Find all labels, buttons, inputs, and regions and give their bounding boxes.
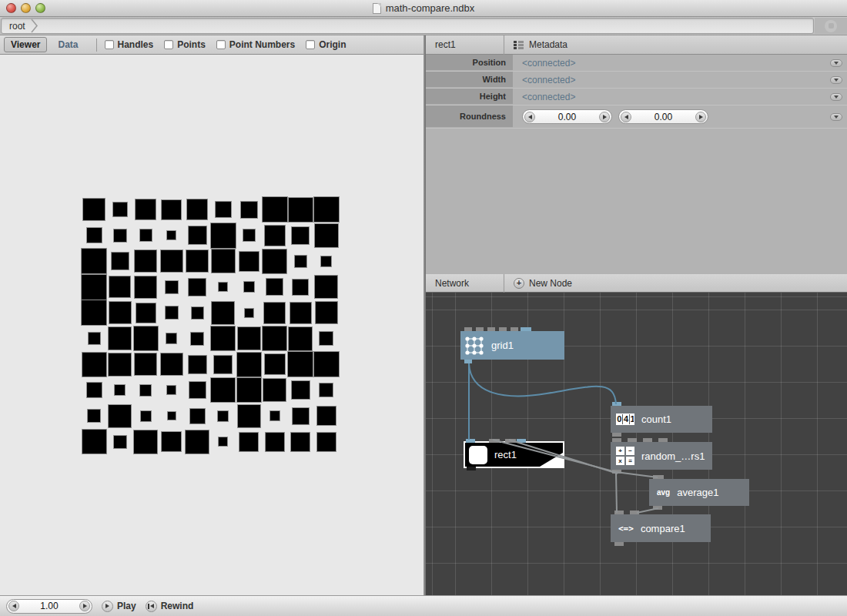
tab-viewer[interactable]: Viewer	[4, 37, 47, 52]
viewer-square	[166, 230, 176, 240]
viewer-square	[313, 351, 340, 377]
increment-arrow-icon[interactable]	[599, 112, 610, 122]
input-port[interactable]	[489, 439, 500, 443]
viewer-square	[290, 302, 312, 324]
output-port[interactable]	[612, 433, 621, 437]
input-port[interactable]	[511, 327, 518, 331]
checkbox-point-numbers[interactable]: Point Numbers	[216, 39, 295, 50]
input-port[interactable]	[476, 327, 484, 331]
output-port[interactable]	[464, 360, 472, 363]
close-button[interactable]	[6, 3, 16, 13]
node-compare1[interactable]: <=>compare1	[611, 514, 711, 542]
checkbox-box[interactable]	[306, 40, 315, 49]
increment-arrow-icon[interactable]	[79, 601, 90, 611]
checkbox-box[interactable]	[164, 40, 173, 49]
node-random_numbers1[interactable]: +−x=random_…rs1	[611, 442, 712, 470]
input-port[interactable]	[643, 438, 652, 442]
viewer-square	[294, 255, 307, 268]
input-port[interactable]	[612, 402, 621, 406]
node-grid1[interactable]: grid1	[460, 331, 564, 360]
viewer-square	[108, 353, 132, 377]
viewer-square	[316, 432, 336, 452]
chevron-down-icon[interactable]	[830, 113, 842, 121]
input-port[interactable]	[658, 438, 668, 442]
decrement-arrow-icon[interactable]	[8, 601, 19, 611]
breadcrumb[interactable]: root	[1, 18, 814, 34]
output-port[interactable]	[612, 470, 621, 474]
checkbox-handles[interactable]: Handles	[105, 39, 154, 50]
viewer-square	[82, 198, 105, 221]
checkbox-box[interactable]	[216, 40, 226, 49]
right-pane: rect1 Metadata Position <connected> Widt…	[426, 35, 847, 595]
output-port[interactable]	[653, 506, 662, 510]
play-button[interactable]: Play	[102, 601, 136, 612]
viewer-square	[292, 407, 310, 425]
node-count1[interactable]: 041count1	[611, 406, 712, 433]
output-port[interactable]	[614, 542, 624, 546]
checkbox-points[interactable]: Points	[164, 39, 206, 50]
decrement-arrow-icon[interactable]	[621, 112, 631, 122]
network-canvas[interactable]: grid1rect1041count1+−x=random_…rs1avgave…	[426, 293, 847, 595]
viewer-square	[191, 306, 204, 320]
viewer-square	[291, 226, 310, 245]
viewer-square	[111, 252, 129, 270]
viewer-square	[189, 381, 206, 399]
breadcrumb-root[interactable]: root	[2, 18, 39, 33]
output-port[interactable]	[467, 467, 476, 470]
input-port[interactable]	[612, 438, 621, 442]
frame-stepper[interactable]: 1.00	[6, 599, 92, 614]
viewer-square	[218, 282, 228, 292]
input-port[interactable]	[628, 438, 637, 442]
minimize-button[interactable]	[21, 3, 31, 13]
increment-arrow-icon[interactable]	[695, 112, 706, 122]
node-rect1[interactable]: rect1	[464, 441, 564, 468]
input-port[interactable]	[653, 475, 664, 479]
tab-data[interactable]: Data	[51, 37, 85, 52]
decrement-arrow-icon[interactable]	[524, 112, 535, 122]
grid-icon	[464, 336, 484, 356]
viewer-square	[140, 410, 152, 422]
viewer-square	[291, 380, 310, 400]
viewer-square	[244, 308, 254, 318]
viewer-square	[86, 382, 102, 398]
checkbox-box[interactable]	[105, 40, 114, 49]
viewer-square	[165, 306, 179, 320]
viewer-square	[188, 226, 207, 245]
roundness-y-stepper[interactable]: 0.00	[618, 109, 708, 124]
node-average1[interactable]: avgaverage1	[649, 479, 749, 506]
viewer-square	[239, 432, 259, 452]
pathbar-right-button[interactable]	[815, 18, 847, 34]
chevron-down-icon[interactable]	[830, 93, 842, 101]
title-bar[interactable]: math-compare.ndbx	[0, 0, 847, 17]
viewer-canvas[interactable]	[0, 55, 424, 595]
viewer-square	[211, 249, 236, 273]
path-bar: root	[0, 17, 847, 35]
input-port[interactable]	[521, 327, 531, 331]
zoom-button[interactable]	[35, 3, 45, 13]
checkbox-origin[interactable]: Origin	[306, 39, 346, 50]
viewer-square	[210, 326, 236, 351]
param-row-height: Height <connected>	[426, 89, 847, 105]
input-port[interactable]	[630, 511, 639, 514]
input-port[interactable]	[614, 511, 624, 514]
parameter-panel: Position <connected> Width <connected> H…	[426, 55, 847, 274]
input-port[interactable]	[464, 327, 472, 331]
viewer-square	[287, 351, 313, 377]
viewer-square	[113, 435, 127, 449]
input-port[interactable]	[466, 439, 475, 443]
input-port[interactable]	[505, 439, 516, 443]
input-port[interactable]	[517, 439, 526, 443]
roundness-x-stepper[interactable]: 0.00	[522, 109, 612, 124]
rewind-button[interactable]: Rewind	[146, 601, 194, 612]
input-port[interactable]	[487, 327, 495, 331]
viewer-square	[237, 404, 261, 428]
chevron-down-icon[interactable]	[830, 76, 842, 84]
new-node-button[interactable]: + New Node	[504, 278, 572, 289]
viewer-pane: Viewer Data Handles Points Point Numbers…	[0, 35, 424, 595]
viewer-square	[186, 249, 209, 273]
viewer-square	[160, 353, 183, 376]
metadata-button[interactable]: Metadata	[504, 39, 567, 50]
chevron-down-icon[interactable]	[830, 59, 842, 67]
wire-random_numbers1-to-compare1	[616, 472, 617, 513]
input-port[interactable]	[499, 327, 507, 331]
